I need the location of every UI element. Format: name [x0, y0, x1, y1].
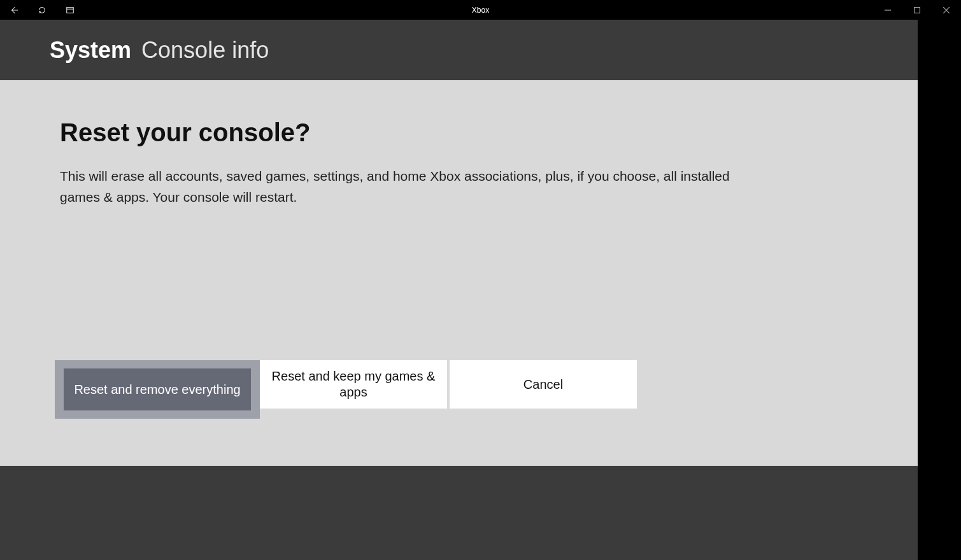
refresh-icon — [38, 6, 46, 15]
dialog-description: This will erase all accounts, saved game… — [60, 166, 760, 207]
cancel-button[interactable]: Cancel — [450, 360, 637, 409]
maximize-icon — [914, 7, 920, 13]
app-frame: System Console info Reset your console? … — [0, 20, 918, 560]
footer-strip — [0, 466, 918, 560]
minimize-button[interactable] — [873, 0, 902, 20]
svg-rect-0 — [67, 7, 74, 13]
right-gutter — [918, 20, 961, 560]
close-button[interactable] — [932, 0, 961, 20]
breadcrumb-page: Console info — [141, 37, 269, 64]
window-controls — [873, 0, 961, 20]
dialog-button-row: Reset and remove everything Reset and ke… — [55, 360, 639, 419]
maximize-button[interactable] — [902, 0, 932, 20]
minimize-icon — [885, 7, 891, 13]
view-app-button[interactable] — [56, 0, 84, 20]
window-title: Xbox — [472, 6, 489, 15]
titlebar-left-controls — [0, 0, 84, 20]
reset-keep-games-apps-button[interactable]: Reset and keep my games & apps — [260, 360, 447, 409]
refresh-button[interactable] — [28, 0, 56, 20]
dialog-content: Reset your console? This will erase all … — [0, 80, 918, 466]
reset-remove-everything-label: Reset and remove everything — [64, 368, 251, 410]
header-strip: System Console info — [0, 20, 918, 80]
back-arrow-icon — [10, 6, 18, 15]
svg-rect-1 — [915, 7, 920, 13]
breadcrumb-section: System — [50, 37, 131, 64]
reset-remove-everything-button[interactable]: Reset and remove everything — [55, 360, 260, 419]
close-icon — [943, 7, 950, 13]
back-button[interactable] — [0, 0, 28, 20]
breadcrumb: System Console info — [50, 37, 269, 64]
dialog-heading: Reset your console? — [60, 118, 868, 147]
title-bar: Xbox — [0, 0, 961, 20]
window-icon — [66, 6, 75, 15]
